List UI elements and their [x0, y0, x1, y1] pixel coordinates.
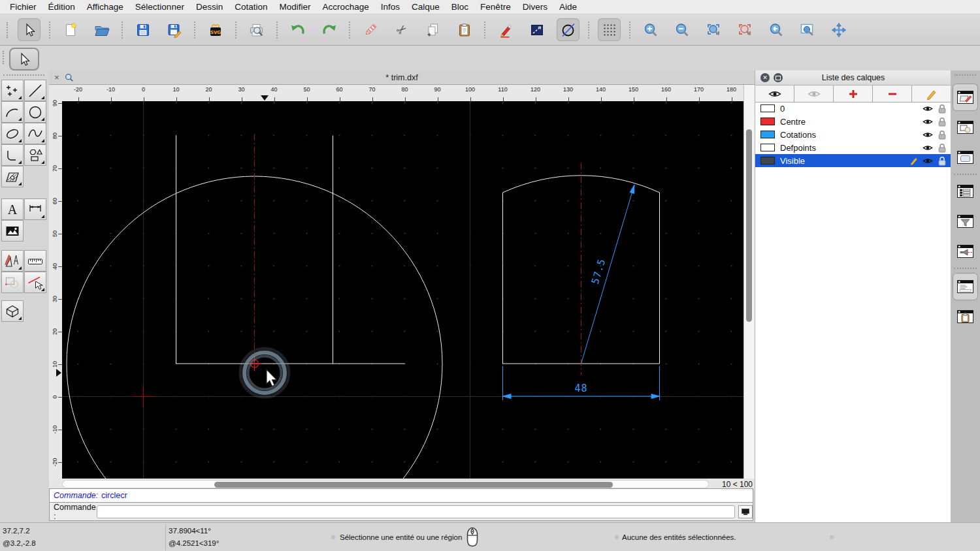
ruler-h-label: 30	[238, 86, 244, 93]
dock-library-button[interactable]	[953, 144, 978, 171]
zoom-in-button[interactable]	[639, 18, 662, 41]
zoom-window-button[interactable]	[796, 18, 819, 41]
ruler-h-label: 110	[498, 86, 507, 93]
hatch-tool-button[interactable]	[1, 166, 24, 187]
select-cursor-tool-button[interactable]	[9, 48, 39, 71]
zoom-pan-button[interactable]	[827, 18, 850, 41]
layer-visibility-icon[interactable]	[923, 118, 933, 125]
shape-info-tool-button[interactable]	[1, 272, 24, 293]
arc-tool-button[interactable]	[1, 101, 24, 123]
zoom-previous-button[interactable]	[764, 18, 787, 41]
menu-dessin[interactable]: Dessin	[190, 2, 229, 12]
menu-fichier[interactable]: Fichier	[4, 2, 42, 12]
palette-drag-handle	[3, 74, 44, 76]
open-file-button[interactable]	[90, 18, 113, 41]
layer-lock-icon[interactable]	[938, 156, 946, 166]
layer-panel-title: Liste des calques	[755, 73, 951, 82]
image-tool-button[interactable]	[1, 220, 24, 242]
dock-clipboard-button[interactable]	[953, 303, 978, 330]
spline-tool-button[interactable]	[24, 123, 46, 144]
eraser-button[interactable]	[359, 18, 382, 41]
draw-pen-button[interactable]	[494, 18, 517, 41]
layer-visibility-icon[interactable]	[923, 131, 933, 138]
iso-box-tool-button[interactable]	[1, 300, 24, 322]
ruler-h-label: 180	[727, 86, 736, 93]
svg-export-button[interactable]: SVG	[204, 18, 227, 41]
vertical-scrollbar-thumb[interactable]	[746, 129, 752, 322]
print-preview-button[interactable]	[245, 18, 268, 41]
horizontal-scrollbar-thumb[interactable]	[214, 482, 613, 488]
text-tool-button[interactable]: A	[1, 198, 24, 220]
circle-line-button[interactable]	[557, 18, 580, 41]
layer-add-button[interactable]	[834, 86, 873, 102]
save-button[interactable]	[131, 18, 154, 41]
cut-button[interactable]: ✂	[390, 18, 413, 41]
redo-button[interactable]	[318, 18, 340, 41]
line-tool-button[interactable]	[24, 80, 46, 101]
layer-row-0[interactable]: 0	[755, 102, 951, 115]
zoom-selection-button[interactable]	[733, 18, 756, 41]
layer-remove-button[interactable]	[873, 86, 912, 102]
dock-blocks-button[interactable]	[953, 114, 978, 141]
polyline-tool-button[interactable]	[1, 144, 24, 166]
toolbar-separator	[629, 22, 630, 39]
paste-button[interactable]	[453, 18, 476, 41]
new-document-button[interactable]	[59, 18, 82, 41]
dimension-tool-button[interactable]	[24, 198, 46, 220]
dock-command-button[interactable]	[953, 273, 978, 300]
ortho-line-button[interactable]	[525, 18, 548, 41]
command-keyboard-button[interactable]	[738, 505, 753, 518]
dock-filter-button[interactable]	[953, 208, 978, 235]
layer-lock-icon[interactable]	[938, 130, 946, 140]
menu-infos[interactable]: Infos	[375, 2, 406, 12]
menu-divers[interactable]: Divers	[517, 2, 553, 12]
layer-lock-icon[interactable]	[938, 143, 946, 153]
menu-aide[interactable]: Aide	[553, 2, 583, 12]
circle-tool-button[interactable]	[24, 101, 46, 123]
edit-tools-tool-button[interactable]	[1, 250, 24, 272]
layer-edit-button[interactable]	[912, 86, 951, 102]
menu-fenetre[interactable]: Fenêtre	[474, 2, 517, 12]
zoom-out-button[interactable]	[670, 18, 693, 41]
layer-visibility-icon[interactable]	[923, 144, 933, 151]
menu-edition[interactable]: Édition	[42, 2, 81, 12]
trim-tool-button[interactable]	[24, 272, 46, 293]
layer-lock-icon[interactable]	[938, 117, 946, 127]
eye-on-button[interactable]	[755, 86, 794, 102]
eye-off-button[interactable]	[794, 86, 834, 102]
layer-edit-icon[interactable]	[909, 156, 919, 165]
menu-cotation[interactable]: Cotation	[229, 2, 273, 12]
layer-visibility-icon[interactable]	[923, 105, 933, 112]
dock-layers-button[interactable]	[953, 84, 978, 111]
layer-row-cotations[interactable]: Cotations	[755, 128, 951, 141]
vertical-scrollbar[interactable]	[743, 85, 755, 479]
copy-button[interactable]	[421, 18, 444, 41]
dock-list-button[interactable]	[953, 178, 978, 205]
menu-bar: FichierÉditionAffichageSélectionnerDessi…	[0, 0, 980, 14]
measure-tool-button[interactable]	[24, 250, 46, 272]
save-as-button[interactable]	[163, 18, 186, 41]
command-input[interactable]	[97, 505, 735, 518]
menu-affichage[interactable]: Affichage	[81, 2, 129, 12]
menu-calque[interactable]: Calque	[406, 2, 446, 12]
dock-pen-button[interactable]	[953, 238, 978, 265]
horizontal-scrollbar[interactable]	[62, 480, 709, 488]
ruler-h-label: 50	[303, 86, 310, 93]
drawing-canvas[interactable]: 57.5 48	[62, 101, 743, 479]
menu-bloc[interactable]: Bloc	[446, 2, 474, 12]
layer-lock-icon[interactable]	[938, 104, 946, 114]
undo-button[interactable]	[286, 18, 309, 41]
layer-row-defpoints[interactable]: Defpoints	[755, 141, 951, 154]
snap-grid-button[interactable]	[598, 18, 621, 41]
zoom-auto-button[interactable]	[702, 18, 725, 41]
layer-row-visible[interactable]: Visible	[755, 154, 951, 167]
menu-accrochage[interactable]: Accrochage	[316, 2, 374, 12]
shapes-tool-button[interactable]	[24, 144, 46, 166]
select-cursor-button[interactable]	[18, 18, 41, 41]
menu-modifier[interactable]: Modifier	[273, 2, 316, 12]
layer-row-centre[interactable]: Centre	[755, 115, 951, 128]
points-tool-button[interactable]	[1, 80, 24, 101]
layer-visibility-icon[interactable]	[923, 157, 933, 165]
ellipse-tool-button[interactable]	[1, 123, 24, 144]
menu-selectionner[interactable]: Sélectionner	[129, 2, 190, 12]
